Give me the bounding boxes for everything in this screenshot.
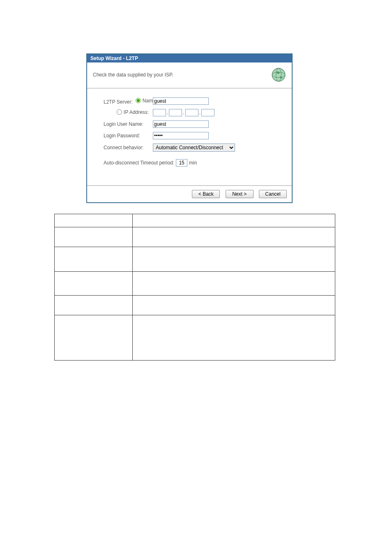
radio-ip-label: IP Address: <box>124 109 149 115</box>
connect-behavior-label: Connect behavior: <box>104 145 153 150</box>
back-button[interactable]: < Back <box>192 190 220 198</box>
login-password-input[interactable] <box>153 132 209 139</box>
table-row <box>55 272 133 296</box>
timeout-input[interactable] <box>176 159 187 166</box>
timeout-row: Auto-disconnect Timeout period: min <box>104 159 279 166</box>
table-row <box>133 247 335 272</box>
login-user-input[interactable] <box>153 120 209 128</box>
table-row <box>55 214 133 227</box>
table-row <box>55 296 133 315</box>
table-row <box>133 315 335 361</box>
radio-name[interactable] <box>136 98 141 103</box>
radio-ip[interactable] <box>117 109 122 115</box>
wizard-footer: < Back Next > Cancel <box>87 185 292 202</box>
timeout-prefix: Auto-disconnect Timeout period: <box>104 160 174 166</box>
description-table <box>54 214 335 361</box>
table-row <box>133 296 335 315</box>
instruction-text: Check the data supplied by your ISP. <box>93 72 173 78</box>
ip-address-radio-wrap: IP Address: <box>104 109 153 116</box>
wizard-header: Check the data supplied by your ISP. <box>87 62 292 88</box>
ip-octet-4[interactable] <box>201 109 214 116</box>
table-row <box>55 227 133 247</box>
table-row <box>55 315 133 361</box>
table-row <box>133 227 335 247</box>
ip-octet-3[interactable] <box>185 109 198 116</box>
ip-octet-1[interactable] <box>153 109 166 116</box>
wizard-body: L2TP Server: Name: IP Address: ... Login… <box>87 88 292 185</box>
wizard-titlebar: Setup Wizard - L2TP <box>87 54 292 62</box>
table-row <box>55 247 133 272</box>
server-name-input[interactable] <box>153 97 209 105</box>
table-row <box>133 272 335 296</box>
login-pass-label: Login Password: <box>104 133 153 139</box>
timeout-unit: min <box>189 160 197 166</box>
login-user-label: Login User Name: <box>104 121 153 127</box>
globe-icon <box>271 67 286 82</box>
setup-wizard-l2tp: Setup Wizard - L2TP Check the data suppl… <box>86 53 293 203</box>
ip-octet-2[interactable] <box>169 109 182 116</box>
l2tp-server-label: L2TP Server: Name: <box>104 98 153 105</box>
cancel-button[interactable]: Cancel <box>259 190 287 198</box>
connect-behavior-select[interactable]: Automatic Connect/Disconnect <box>153 143 235 152</box>
svg-point-0 <box>272 68 285 81</box>
next-button[interactable]: Next > <box>226 190 254 198</box>
table-row <box>133 214 335 227</box>
ip-address-group: ... <box>153 109 214 116</box>
